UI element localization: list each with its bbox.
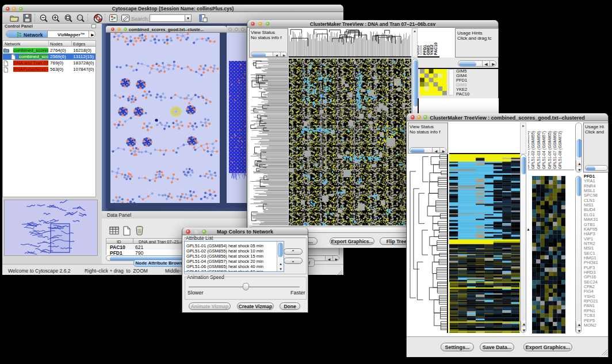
svg-text:1:1: 1:1 bbox=[78, 16, 82, 19]
